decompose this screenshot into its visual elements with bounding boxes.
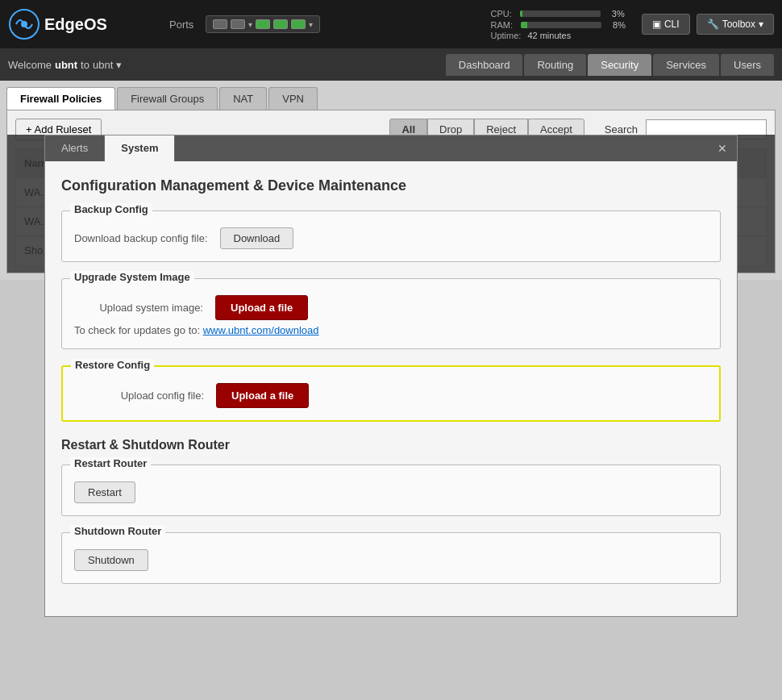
upload-config-button[interactable]: Upload a file xyxy=(216,383,309,408)
toolbox-icon: 🔧 xyxy=(707,19,719,30)
modal-body: Configuration Management & Device Mainte… xyxy=(45,161,737,616)
port-4 xyxy=(273,19,288,29)
restore-config-row: Upload config file: Upload a file xyxy=(75,383,707,408)
welcome-text: Welcome ubnt to ubnt ▾ xyxy=(8,59,122,71)
port-5 xyxy=(291,19,306,29)
cpu-progress-container xyxy=(520,10,601,17)
page-tab-row: Firewall Policies Firewall Groups NAT VP… xyxy=(6,87,776,110)
ram-row: RAM: 8% xyxy=(490,20,626,30)
system-modal: Alerts System ✕ Configuration Management… xyxy=(44,135,738,617)
modal-overlay: Alerts System ✕ Configuration Management… xyxy=(7,135,775,273)
uptime-label: Uptime: xyxy=(490,31,521,40)
port-arrow: ▾ xyxy=(248,20,252,29)
svg-point-1 xyxy=(21,21,27,27)
welcome-label: Welcome xyxy=(8,59,52,71)
tab-routing[interactable]: Routing xyxy=(524,54,586,76)
secondary-nav: Welcome ubnt to ubnt ▾ Dashboard Routing… xyxy=(0,48,782,81)
tab-users[interactable]: Users xyxy=(721,54,774,76)
backup-config-title: Backup Config xyxy=(70,203,152,215)
upgrade-desc-text: To check for updates go to: xyxy=(74,324,200,336)
toolbox-button[interactable]: 🔧 Toolbox ▾ xyxy=(697,14,774,35)
content-area: Firewall Policies Firewall Groups NAT VP… xyxy=(0,81,782,280)
shutdown-router-section: Shutdown Router Shutdown xyxy=(61,532,721,584)
backup-config-label: Download backup config file: xyxy=(74,232,208,244)
restart-router-row: Restart xyxy=(74,481,708,503)
toolbox-dropdown-icon: ▾ xyxy=(759,19,763,30)
toolbox-label: Toolbox xyxy=(722,19,755,30)
backup-config-section: Backup Config Download backup config fil… xyxy=(61,210,721,262)
restart-button[interactable]: Restart xyxy=(74,481,135,503)
upgrade-description: To check for updates go to: www.ubnt.com… xyxy=(74,324,708,336)
modal-close-button[interactable]: ✕ xyxy=(708,135,737,161)
restart-router-section: Restart Router Restart xyxy=(61,465,721,516)
cpu-row: CPU: 3% xyxy=(490,9,626,19)
username: ubnt xyxy=(55,59,77,71)
restore-config-section: Restore Config Upload config file: Uploa… xyxy=(61,365,721,422)
port-3 xyxy=(256,19,270,29)
status-section: CPU: 3% RAM: 8% Uptime: 42 minutes xyxy=(490,8,626,40)
ram-progress-bar xyxy=(521,22,527,28)
cpu-label: CPU: xyxy=(490,9,511,19)
upload-system-image-button[interactable]: Upload a file xyxy=(215,295,308,320)
top-bar: EdgeOS Ports ▾ ▾ CPU: 3% RAM: 8% xyxy=(0,0,782,48)
ram-pct: 8% xyxy=(605,20,626,30)
logo-text: EdgeOS xyxy=(44,15,107,34)
uptime-row: Uptime: 42 minutes xyxy=(490,31,626,40)
tab-services[interactable]: Services xyxy=(653,54,719,76)
shutdown-router-row: Shutdown xyxy=(74,549,708,571)
ram-label: RAM: xyxy=(490,20,513,30)
upgrade-system-title: Upgrade System Image xyxy=(70,271,194,283)
port-dropdown-arrow: ▾ xyxy=(309,20,313,29)
ports-label: Ports xyxy=(169,19,193,31)
upgrade-system-label: Upload system image: xyxy=(74,302,203,314)
modal-tab-system[interactable]: System xyxy=(105,135,175,161)
modal-title: Configuration Management & Device Mainte… xyxy=(61,177,721,194)
tab-dashboard[interactable]: Dashboard xyxy=(446,54,523,76)
cpu-pct: 3% xyxy=(605,9,625,19)
uptime-value: 42 minutes xyxy=(527,31,571,40)
modal-tab-bar: Alerts System ✕ xyxy=(45,135,737,161)
port-1 xyxy=(213,19,227,29)
download-button[interactable]: Download xyxy=(220,227,294,249)
ports-section: Ports ▾ ▾ xyxy=(169,15,474,33)
upgrade-system-row: Upload system image: Upload a file xyxy=(74,295,708,320)
ubnt-download-link[interactable]: www.ubnt.com/download xyxy=(203,324,319,336)
logo-area: EdgeOS xyxy=(8,8,169,40)
restore-config-title: Restore Config xyxy=(71,359,154,371)
shutdown-router-title: Shutdown Router xyxy=(70,525,165,537)
tab-firewall-groups[interactable]: Firewall Groups xyxy=(117,87,218,110)
ram-progress-container xyxy=(521,22,601,28)
tab-security[interactable]: Security xyxy=(588,54,651,76)
cli-button[interactable]: ▣ CLI xyxy=(642,14,690,35)
cpu-progress-bar xyxy=(520,10,522,17)
restore-config-label: Upload config file: xyxy=(75,390,204,402)
restart-shutdown-title: Restart & Shutdown Router xyxy=(61,438,721,452)
modal-tab-alerts[interactable]: Alerts xyxy=(45,135,105,161)
nav-tabs: Dashboard Routing Security Services User… xyxy=(446,54,774,76)
shutdown-button[interactable]: Shutdown xyxy=(74,549,148,571)
port-2 xyxy=(231,19,245,29)
to-label: to xyxy=(81,59,89,71)
tab-nat[interactable]: NAT xyxy=(219,87,267,110)
upgrade-system-section: Upgrade System Image Upload system image… xyxy=(61,278,721,349)
restart-router-title: Restart Router xyxy=(70,457,151,469)
main-panel: + Add Ruleset All Drop Reject Accept Sea… xyxy=(6,110,776,273)
cli-label: CLI xyxy=(664,19,680,30)
dropdown-arrow[interactable]: ▾ xyxy=(116,59,122,71)
top-right-buttons: ▣ CLI 🔧 Toolbox ▾ xyxy=(642,14,774,35)
tab-firewall-policies[interactable]: Firewall Policies xyxy=(6,87,115,110)
cli-icon: ▣ xyxy=(652,19,661,30)
edgeos-logo-icon xyxy=(8,8,40,40)
search-label: Search xyxy=(605,123,638,135)
tab-vpn[interactable]: VPN xyxy=(268,87,318,110)
hostname: ubnt xyxy=(93,59,113,71)
port-icons: ▾ ▾ xyxy=(206,15,320,33)
backup-config-row: Download backup config file: Download xyxy=(74,227,708,249)
